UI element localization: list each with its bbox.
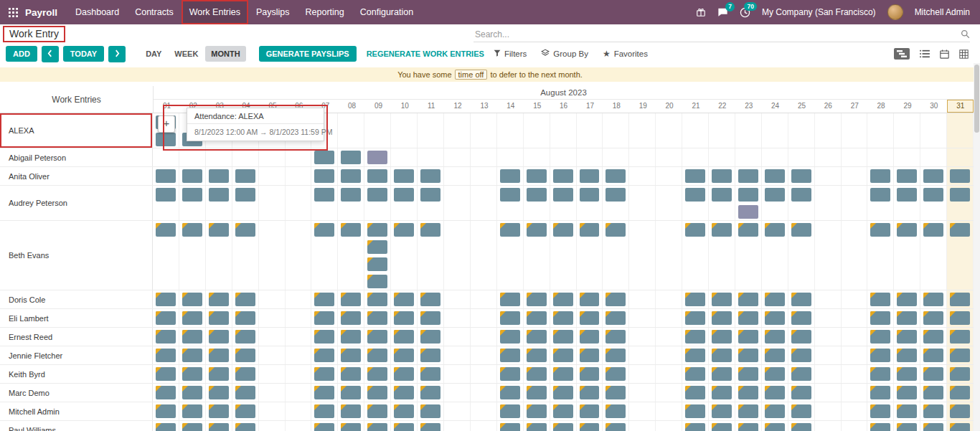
day-cell[interactable] [179, 421, 206, 431]
day-cell[interactable] [735, 167, 762, 185]
work-entry[interactable] [209, 386, 229, 399]
day-cell[interactable] [259, 148, 286, 166]
day-cell[interactable] [842, 221, 868, 290]
work-entry[interactable] [367, 188, 387, 202]
work-entry[interactable] [367, 293, 387, 306]
work-entry[interactable] [553, 311, 573, 325]
day-cell[interactable] [311, 402, 338, 420]
day-cell[interactable] [338, 148, 364, 166]
work-entry[interactable] [182, 188, 202, 202]
day-cell[interactable] [286, 290, 312, 308]
search-input[interactable] [473, 29, 961, 40]
day-cell[interactable] [815, 113, 842, 148]
day-cell[interactable] [206, 421, 232, 431]
work-entry[interactable] [209, 169, 229, 183]
day-cell[interactable] [947, 309, 974, 327]
day-cell[interactable] [842, 328, 868, 346]
day-cell[interactable] [497, 186, 524, 220]
work-entry[interactable] [156, 386, 176, 399]
day-cell[interactable] [259, 346, 286, 364]
work-entry[interactable] [235, 330, 255, 344]
day-cell[interactable] [656, 148, 682, 166]
day-cell[interactable] [682, 384, 709, 402]
day-cell[interactable] [364, 148, 391, 166]
work-entry[interactable] [685, 367, 705, 381]
work-entry[interactable] [765, 330, 785, 344]
work-entry[interactable] [367, 404, 387, 418]
day-cell[interactable] [894, 167, 920, 185]
day-cell[interactable] [815, 328, 842, 346]
work-entry[interactable] [712, 367, 732, 381]
day-cell[interactable] [444, 167, 471, 185]
day-cell[interactable] [524, 167, 550, 185]
work-entry[interactable] [182, 349, 202, 362]
work-entry[interactable] [367, 223, 387, 237]
day-cell[interactable] [788, 384, 815, 402]
day-cell[interactable] [418, 113, 444, 148]
user-avatar[interactable] [887, 4, 903, 20]
scale-day-button[interactable]: DAY [140, 46, 167, 62]
day-cell[interactable] [603, 290, 629, 308]
work-entry[interactable] [712, 188, 732, 202]
work-entry[interactable] [897, 404, 917, 418]
work-entry[interactable] [923, 423, 943, 431]
work-entry[interactable] [580, 293, 600, 306]
day-cell[interactable] [444, 421, 471, 431]
day-cell[interactable] [497, 365, 524, 383]
work-entry[interactable] [341, 349, 361, 362]
day-cell[interactable] [550, 328, 577, 346]
day-cell[interactable] [524, 186, 550, 220]
work-entry[interactable] [897, 386, 917, 399]
work-entry[interactable] [182, 169, 202, 183]
day-cell[interactable] [603, 113, 629, 148]
day-cell[interactable] [788, 290, 815, 308]
work-entry[interactable] [420, 367, 440, 381]
day-cell[interactable] [788, 421, 815, 431]
day-cell[interactable] [444, 346, 471, 364]
day-cell[interactable] [788, 365, 815, 383]
day-cell[interactable] [709, 421, 735, 431]
day-cell[interactable] [497, 309, 524, 327]
work-entry[interactable] [527, 367, 547, 381]
add-button[interactable]: ADD [6, 46, 37, 62]
day-cell[interactable] [206, 346, 232, 364]
work-entry[interactable] [209, 349, 229, 362]
work-entry[interactable] [553, 293, 573, 306]
filters-button[interactable]: Filters [494, 49, 527, 58]
day-cell[interactable] [153, 346, 179, 364]
work-entry[interactable] [235, 311, 255, 325]
day-cell[interactable] [524, 421, 550, 431]
day-cell[interactable] [709, 309, 735, 327]
day-cell[interactable] [815, 402, 842, 420]
app-name[interactable]: Payroll [25, 7, 57, 18]
work-entry[interactable] [209, 223, 229, 237]
day-cell[interactable] [153, 167, 179, 185]
day-cell[interactable] [418, 186, 444, 220]
day-cell[interactable] [206, 365, 232, 383]
menu-item-payslips[interactable]: Payslips [248, 0, 298, 24]
work-entry[interactable] [182, 404, 202, 418]
day-cell[interactable] [709, 346, 735, 364]
work-entry[interactable] [950, 169, 970, 183]
work-entry[interactable] [580, 330, 600, 344]
work-entry[interactable] [870, 404, 890, 418]
work-entry[interactable] [897, 330, 917, 344]
day-cell[interactable] [286, 309, 312, 327]
work-entry[interactable] [156, 293, 176, 306]
day-cell[interactable] [920, 384, 947, 402]
work-entry[interactable] [950, 330, 970, 344]
work-entry[interactable] [500, 367, 520, 381]
work-entry[interactable] [606, 223, 626, 237]
day-cell[interactable] [364, 402, 391, 420]
work-entry[interactable] [341, 330, 361, 344]
work-entry[interactable] [314, 330, 334, 344]
work-entry[interactable] [367, 386, 387, 399]
day-cell[interactable] [391, 402, 418, 420]
work-entry[interactable] [420, 223, 440, 237]
work-entry[interactable] [156, 367, 176, 381]
work-entry[interactable] [923, 404, 943, 418]
list-view-icon[interactable] [920, 49, 930, 58]
day-cell[interactable] [179, 402, 206, 420]
day-cell[interactable] [232, 384, 259, 402]
day-cell[interactable] [179, 148, 206, 166]
